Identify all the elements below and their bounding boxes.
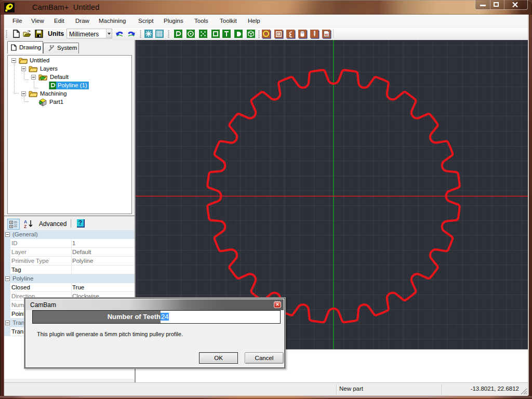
svg-text:MC: MC	[325, 33, 329, 36]
svg-text:Z: Z	[24, 224, 26, 229]
